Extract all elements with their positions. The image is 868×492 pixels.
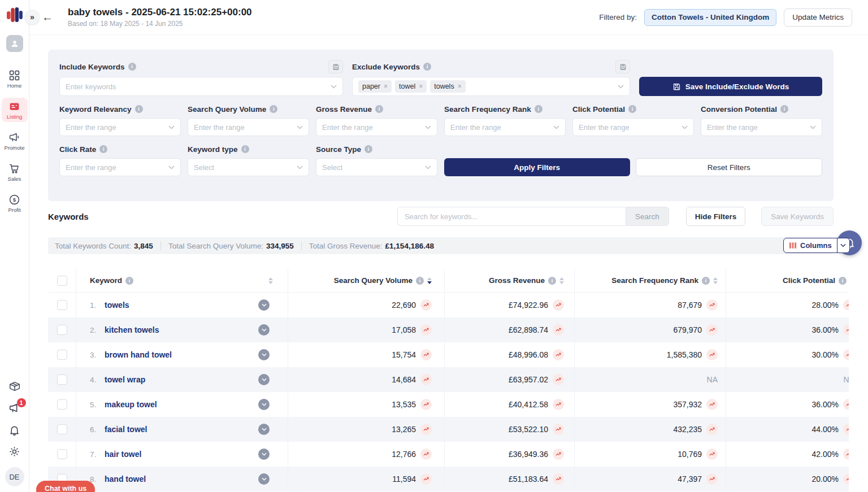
- info-icon[interactable]: i: [125, 277, 133, 285]
- info-icon[interactable]: i: [135, 105, 143, 113]
- trend-sparkline-icon[interactable]: [843, 299, 849, 311]
- trend-sparkline-icon[interactable]: [553, 349, 564, 360]
- exclude-tag[interactable]: towel×: [395, 80, 427, 93]
- row-expand-chevron-icon[interactable]: [258, 324, 270, 336]
- trend-sparkline-icon[interactable]: [420, 299, 432, 311]
- row-checkbox[interactable]: [57, 424, 67, 434]
- trend-sparkline-icon[interactable]: [420, 473, 432, 485]
- info-icon[interactable]: i: [241, 145, 249, 153]
- exclude-tag[interactable]: paper×: [358, 80, 392, 93]
- column-header-search-query-volume[interactable]: Search Query Volume: [334, 276, 413, 285]
- trend-sparkline-icon[interactable]: [420, 424, 432, 435]
- sort-icon[interactable]: [713, 277, 718, 284]
- announcement-icon[interactable]: 1: [8, 402, 21, 415]
- row-expand-chevron-icon[interactable]: [258, 399, 270, 410]
- filter-input[interactable]: [450, 123, 550, 132]
- hide-filters-button[interactable]: Hide Filters: [686, 207, 746, 226]
- info-icon[interactable]: i: [839, 277, 847, 285]
- row-expand-chevron-icon[interactable]: [258, 374, 270, 385]
- trend-sparkline-icon[interactable]: [843, 449, 849, 460]
- save-keywords-button[interactable]: Save Keywords: [761, 207, 834, 226]
- trend-sparkline-icon[interactable]: [706, 349, 718, 360]
- sidebar-item-listing[interactable]: Listing: [2, 98, 28, 122]
- trend-sparkline-icon[interactable]: [843, 324, 849, 336]
- trend-sparkline-icon[interactable]: [706, 424, 718, 435]
- filter-input[interactable]: [194, 123, 293, 132]
- row-checkbox[interactable]: [57, 350, 67, 360]
- keyword-link[interactable]: hand towel: [105, 474, 146, 484]
- info-icon[interactable]: i: [375, 105, 383, 113]
- row-expand-chevron-icon[interactable]: [258, 349, 270, 360]
- row-expand-chevron-icon[interactable]: [258, 424, 270, 435]
- trend-sparkline-icon[interactable]: [843, 399, 849, 410]
- profile-avatar[interactable]: DE: [5, 467, 24, 486]
- update-metrics-button[interactable]: Update Metrics: [784, 8, 852, 27]
- trend-sparkline-icon[interactable]: [706, 324, 718, 336]
- keyword-link[interactable]: towel wrap: [105, 375, 145, 384]
- keyword-link[interactable]: kitchen towels: [105, 325, 159, 334]
- exclude-tag[interactable]: towels×: [430, 80, 465, 93]
- chevron-down-icon[interactable]: [553, 125, 559, 129]
- trend-sparkline-icon[interactable]: [843, 473, 849, 485]
- keyword-link[interactable]: hair towel: [105, 450, 141, 459]
- chat-with-us-button[interactable]: Chat with us: [36, 481, 95, 492]
- sort-icon-active[interactable]: [427, 277, 432, 284]
- chevron-down-icon[interactable]: [425, 166, 431, 169]
- sidebar-item-promote[interactable]: Promote: [2, 129, 28, 153]
- info-icon[interactable]: i: [128, 63, 136, 71]
- remove-tag-icon[interactable]: ×: [419, 82, 423, 90]
- row-expand-chevron-icon[interactable]: [258, 449, 270, 460]
- trend-sparkline-icon[interactable]: [553, 324, 564, 336]
- apply-filters-button[interactable]: Apply Filters: [444, 158, 630, 176]
- save-include-exclude-button[interactable]: Save Include/Exclude Words: [639, 77, 822, 96]
- trend-sparkline-icon[interactable]: [553, 399, 564, 410]
- back-arrow-icon[interactable]: ←: [42, 11, 53, 24]
- keyword-search-input[interactable]: [397, 207, 626, 226]
- sidebar-item-sales[interactable]: Sales: [2, 160, 28, 184]
- trend-sparkline-icon[interactable]: [420, 349, 432, 360]
- select-all-checkbox[interactable]: [57, 276, 67, 286]
- search-button[interactable]: Search: [626, 207, 669, 226]
- info-icon[interactable]: i: [628, 105, 636, 113]
- chevron-down-icon[interactable]: [682, 125, 688, 129]
- keyword-link[interactable]: towels: [105, 301, 129, 310]
- trend-sparkline-icon[interactable]: [553, 374, 564, 385]
- app-logo-icon[interactable]: [5, 5, 25, 27]
- column-header-search-frequency-rank[interactable]: Search Frequency Rank: [611, 276, 698, 285]
- row-checkbox[interactable]: [57, 300, 67, 310]
- exclude-keywords-input[interactable]: paper×towel×towels×: [352, 77, 630, 96]
- column-header-click-potential[interactable]: Click Potential: [783, 276, 835, 285]
- keyword-link[interactable]: brown hand towel: [105, 350, 172, 359]
- trend-sparkline-icon[interactable]: [420, 324, 432, 336]
- reset-filters-button[interactable]: Reset Filters: [636, 158, 823, 176]
- info-icon[interactable]: i: [548, 277, 556, 285]
- include-keywords-input[interactable]: [66, 82, 327, 91]
- remove-tag-icon[interactable]: ×: [458, 82, 462, 90]
- settings-gear-icon[interactable]: [8, 446, 20, 458]
- keyword-link[interactable]: facial towel: [105, 425, 147, 434]
- sort-icon[interactable]: [559, 277, 564, 284]
- sort-icon[interactable]: [268, 277, 273, 284]
- sidebar-item-profit[interactable]: $Profit: [2, 191, 28, 215]
- trend-sparkline-icon[interactable]: [706, 399, 718, 410]
- info-icon[interactable]: i: [364, 145, 372, 153]
- info-icon[interactable]: i: [99, 145, 107, 153]
- active-filter-chip[interactable]: Cotton Towels - United Kingdom: [644, 9, 776, 26]
- filter-input[interactable]: [322, 123, 422, 132]
- row-checkbox[interactable]: [57, 325, 67, 335]
- filter-input[interactable]: [194, 163, 293, 172]
- trend-sparkline-icon[interactable]: [706, 449, 718, 460]
- trend-sparkline-icon[interactable]: [420, 449, 432, 460]
- trend-sparkline-icon[interactable]: [420, 374, 432, 385]
- trend-sparkline-icon[interactable]: [706, 299, 718, 311]
- column-header-gross-revenue[interactable]: Gross Revenue: [489, 276, 545, 285]
- columns-button[interactable]: Columns: [783, 238, 850, 253]
- trend-sparkline-icon[interactable]: [553, 449, 564, 460]
- info-icon[interactable]: i: [535, 105, 542, 113]
- filter-input[interactable]: [322, 163, 422, 172]
- keyword-link[interactable]: makeup towel: [105, 400, 157, 409]
- column-header-keyword[interactable]: Keyword: [90, 276, 122, 285]
- chevron-down-icon[interactable]: [168, 166, 175, 169]
- trend-sparkline-icon[interactable]: [553, 473, 564, 485]
- row-checkbox[interactable]: [57, 449, 67, 459]
